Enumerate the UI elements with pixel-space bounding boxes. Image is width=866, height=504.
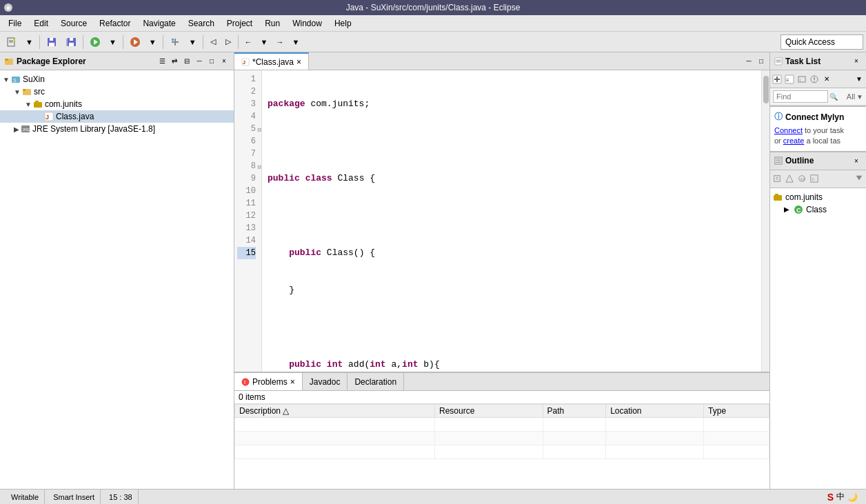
- svg-marker-59: [856, 176, 863, 181]
- editor-maximize[interactable]: □: [756, 56, 767, 67]
- expand-jre[interactable]: ▶: [14, 125, 19, 133]
- prev-edit[interactable]: ◁: [206, 34, 220, 50]
- menu-run[interactable]: Run: [259, 17, 285, 30]
- mylyn-create-link[interactable]: create: [783, 137, 805, 145]
- ln-13: 13: [237, 222, 256, 234]
- tree-item-jre[interactable]: ▶ JRE JRE System Library [JavaSE-1.8]: [0, 123, 234, 135]
- tree-item-src[interactable]: ▼ src: [0, 85, 234, 98]
- outline-btn4[interactable]: C: [809, 173, 820, 184]
- outline-item-class[interactable]: ▶ C Class: [773, 203, 863, 216]
- outline-comjunits-label: com.junits: [785, 192, 823, 202]
- scrollbar-thumb[interactable]: [763, 76, 769, 103]
- menu-refactor[interactable]: Refactor: [94, 17, 136, 30]
- package-explorer-minimize[interactable]: ─: [194, 56, 205, 67]
- window-controls[interactable]: ●: [4, 3, 12, 12]
- menu-search[interactable]: Search: [183, 17, 220, 30]
- package-explorer-collapse[interactable]: ⊟: [181, 56, 192, 67]
- package-explorer-sync[interactable]: ⇄: [169, 56, 180, 67]
- line-numbers: 1 2 3 4 5⊟ 6 7 8⊟ 9 10 11 12 13 14 15: [234, 70, 262, 372]
- svg-rect-51: [774, 176, 781, 182]
- run-dropdown[interactable]: ▼: [105, 34, 120, 50]
- task-list-btn2[interactable]: ≡: [784, 74, 795, 85]
- col-resource[interactable]: Resource: [435, 405, 543, 418]
- outline-controls: ×: [851, 155, 862, 166]
- task-expand-all[interactable]: ▼: [854, 74, 865, 85]
- col-path[interactable]: Path: [543, 405, 606, 418]
- run-button[interactable]: [86, 34, 104, 50]
- quick-access-box[interactable]: Quick Access: [781, 34, 863, 50]
- outline-close[interactable]: ×: [851, 155, 862, 166]
- menu-edit[interactable]: Edit: [28, 17, 54, 30]
- editor-tab-close[interactable]: ×: [296, 57, 301, 67]
- expand-comjunits[interactable]: ▼: [25, 101, 32, 108]
- editor-scrollbar[interactable]: [761, 70, 769, 372]
- ext-tools-dropdown[interactable]: ▼: [185, 34, 200, 50]
- new-button[interactable]: [3, 34, 21, 50]
- ext-tools-button[interactable]: [166, 34, 184, 50]
- outline-btn3[interactable]: AZ: [796, 173, 807, 184]
- outline-btn2[interactable]: [784, 173, 795, 184]
- code-editor[interactable]: 1 2 3 4 5⊟ 6 7 8⊟ 9 10 11 12 13 14 15: [234, 70, 769, 372]
- debug-button[interactable]: [126, 34, 144, 50]
- tab-declaration[interactable]: Declaration: [348, 373, 404, 390]
- task-new[interactable]: [772, 74, 783, 85]
- save-all-button[interactable]: [62, 34, 80, 50]
- menu-help[interactable]: Help: [329, 17, 357, 30]
- outline-item-comjunits[interactable]: com.junits: [773, 191, 863, 203]
- tree-label-classjava: Class.java: [56, 112, 94, 121]
- back-button[interactable]: ←: [241, 34, 256, 50]
- new-dropdown[interactable]: ▼: [22, 34, 37, 50]
- forward-button[interactable]: →: [272, 34, 287, 50]
- tree-item-classjava[interactable]: J Class.java: [0, 110, 234, 123]
- svg-rect-25: [35, 101, 39, 103]
- debug-dropdown[interactable]: ▼: [145, 34, 160, 50]
- outline-expand-class[interactable]: ▶: [784, 205, 789, 213]
- col-type[interactable]: Type: [704, 405, 769, 418]
- menu-navigate[interactable]: Navigate: [137, 17, 181, 30]
- code-content[interactable]: package com.junits; public class Class {…: [262, 70, 761, 372]
- task-all-label[interactable]: All: [845, 92, 856, 101]
- mylyn-connect-link[interactable]: Connect: [774, 126, 803, 134]
- expand-suxin[interactable]: ▼: [3, 76, 10, 83]
- forward-dropdown[interactable]: ▼: [288, 34, 303, 50]
- task-find-input[interactable]: [773, 90, 828, 103]
- task-list-btn5[interactable]: ✕: [821, 74, 832, 85]
- problems-tab-close[interactable]: ×: [290, 377, 295, 387]
- sep6: [238, 35, 239, 49]
- java-file-icon: J: [44, 112, 54, 121]
- save-button[interactable]: [43, 34, 61, 50]
- task-list-btn3[interactable]: ↕: [796, 74, 807, 85]
- task-find-search[interactable]: 🔍: [828, 91, 839, 102]
- task-list-btn4[interactable]: [809, 74, 820, 85]
- task-list-toolbar: ≡ ↕ ✕ ▼: [770, 70, 866, 88]
- editor-tab-classjava[interactable]: J *Class.java ×: [234, 52, 309, 70]
- col-location[interactable]: Location: [606, 405, 704, 418]
- problems-table: Description △ Resource Path Location Typ…: [234, 404, 769, 459]
- menu-file[interactable]: File: [3, 17, 27, 30]
- tab-javadoc[interactable]: Javadoc: [303, 373, 348, 390]
- menu-source[interactable]: Source: [55, 17, 92, 30]
- package-explorer-menu[interactable]: ☰: [157, 56, 168, 67]
- svg-rect-17: [172, 39, 174, 41]
- expand-src[interactable]: ▼: [14, 88, 21, 96]
- task-all-dropdown[interactable]: ▼: [856, 93, 863, 101]
- menu-project[interactable]: Project: [221, 17, 258, 30]
- task-list-close[interactable]: ×: [851, 56, 862, 67]
- svg-point-46: [814, 81, 815, 82]
- col-description[interactable]: Description △: [235, 405, 435, 418]
- outline-collapse[interactable]: [854, 173, 865, 184]
- editor-minimize[interactable]: ─: [743, 56, 754, 67]
- menu-window[interactable]: Window: [287, 17, 328, 30]
- bottom-panel: ! Problems × Javadoc Declaration 0 items: [234, 372, 769, 489]
- back-dropdown[interactable]: ▼: [257, 34, 272, 50]
- task-list-icon: [774, 57, 783, 65]
- tab-problems[interactable]: ! Problems ×: [234, 373, 303, 390]
- tree-item-comjunits[interactable]: ▼ com.junits: [0, 98, 234, 110]
- tree-item-suxin[interactable]: ▼ S SuXin: [0, 73, 234, 85]
- outline-btn1[interactable]: [772, 173, 783, 184]
- tree-label-src: src: [34, 87, 45, 97]
- package-explorer-maximize[interactable]: □: [206, 56, 217, 67]
- declaration-tab-label: Declaration: [354, 377, 396, 387]
- package-explorer-close[interactable]: ×: [219, 56, 230, 67]
- next-edit[interactable]: ▷: [221, 34, 235, 50]
